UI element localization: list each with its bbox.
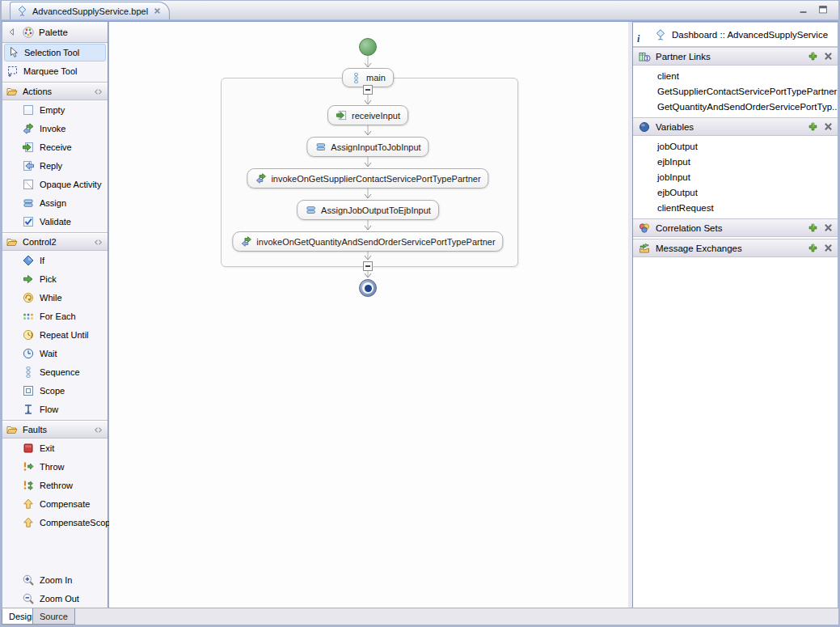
tab-source[interactable]: Source	[32, 608, 75, 625]
item-label: Wait	[40, 349, 57, 358]
folder-icon	[6, 85, 19, 98]
palette-item-compensate[interactable]: Compensate	[2, 494, 108, 513]
palette-item-zoom-in[interactable]: Zoom In	[2, 570, 108, 589]
activity-AssignInputToJobInput[interactable]: AssignInputToJobInput	[306, 137, 428, 157]
zoom-in-icon	[22, 574, 35, 587]
view-controls	[798, 4, 829, 15]
partner-link-item[interactable]: client	[633, 68, 838, 83]
palette-group-faults[interactable]: Faults	[2, 421, 108, 438]
add-icon[interactable]	[808, 51, 818, 61]
opaque-activity-icon	[22, 178, 35, 191]
palette-item-if[interactable]: If	[2, 251, 108, 269]
variable-item[interactable]: jobOutput	[633, 138, 838, 154]
pin-chevrons-icon[interactable]	[92, 424, 104, 436]
item-label: Scope	[40, 386, 65, 396]
delete-icon[interactable]	[823, 51, 834, 61]
collapse-toggle-main[interactable]	[363, 85, 373, 95]
palette-item-compensatescope[interactable]: CompensateScope	[2, 513, 108, 532]
palette-item-sequence[interactable]: Sequence	[2, 362, 108, 381]
add-icon[interactable]	[808, 222, 818, 233]
add-icon[interactable]	[808, 121, 818, 132]
zoom-out-icon	[22, 592, 35, 605]
variable-item[interactable]: clientRequest	[633, 200, 838, 215]
close-icon[interactable]	[152, 6, 163, 16]
item-label: Assign	[40, 198, 66, 208]
while-icon	[22, 291, 35, 304]
item-label: Repeat Until	[40, 330, 89, 340]
add-icon[interactable]	[808, 243, 818, 253]
maximize-icon[interactable]	[817, 4, 829, 15]
process-canvas[interactable]: main receiveInput AssignInputToJobInput …	[109, 22, 628, 608]
palette-item-while[interactable]: While	[2, 288, 108, 307]
editor-tab[interactable]: AdvancedSupplyService.bpel	[10, 2, 170, 19]
palette-item-invoke[interactable]: Invoke	[2, 119, 108, 138]
tool-selection[interactable]: Selection Tool	[4, 44, 106, 61]
palette-group-control2[interactable]: Control2	[2, 233, 108, 251]
palette-title: Palette	[39, 28, 68, 37]
palette-group-actions[interactable]: Actions	[2, 83, 108, 100]
palette-item-zoom-out[interactable]: Zoom Out	[2, 589, 108, 608]
tab-label: Source	[40, 612, 68, 621]
pin-chevrons-icon[interactable]	[92, 236, 104, 248]
palette-item-rethrow[interactable]: Rethrow	[2, 476, 108, 494]
palette-item-opaque-activity[interactable]: Opaque Activity	[2, 175, 108, 193]
invoke-icon	[255, 172, 267, 184]
activity-label: main	[366, 73, 386, 83]
activity-label: AssignJobOutputToEjbInput	[321, 205, 431, 215]
palette-item-empty[interactable]: Empty	[2, 100, 108, 119]
start-event-circle[interactable]	[359, 38, 377, 56]
palette-item-assign[interactable]: Assign	[2, 193, 108, 212]
palette-item-scope[interactable]: Scope	[2, 381, 108, 400]
activity-label: AssignInputToJobInput	[331, 142, 420, 152]
item-label: For Each	[40, 311, 76, 321]
end-event-circle[interactable]	[359, 279, 377, 297]
palette-item-pick[interactable]: Pick	[2, 269, 108, 288]
collapse-left-icon[interactable]	[6, 26, 18, 38]
palette-item-throw[interactable]: Throw	[2, 457, 108, 476]
reply-icon	[22, 159, 35, 172]
delete-icon[interactable]	[823, 222, 834, 233]
tool-marquee[interactable]: Marquee Tool	[4, 62, 106, 80]
palette-item-validate[interactable]: Validate	[2, 212, 108, 231]
palette-item-repeat-until[interactable]: Repeat Until	[2, 325, 108, 344]
section-partner-links: Partner Links	[633, 47, 838, 66]
palette-panel: Palette Selection Tool Marquee Tool Acti…	[2, 22, 108, 608]
palette-item-flow[interactable]: Flow	[2, 400, 108, 418]
activity-invokeOnGetQuantityAndSendOrderServicePortTypePartner[interactable]: invokeOnGetQuantityAndSendOrderServicePo…	[232, 231, 503, 252]
variables-list: jobOutput ejbInput jobInput ejbOutput cl…	[633, 136, 838, 218]
collapse-toggle-sequence[interactable]	[363, 261, 373, 271]
variable-item[interactable]: jobInput	[633, 169, 838, 184]
minimize-icon[interactable]	[798, 4, 809, 15]
group-label: Control2	[23, 237, 88, 247]
variable-item[interactable]: ejbInput	[633, 154, 838, 169]
bpel-file-icon	[16, 5, 28, 17]
group-label: Actions	[23, 87, 88, 96]
variable-item[interactable]: ejbOutput	[633, 184, 838, 200]
palette-item-reply[interactable]: Reply	[2, 156, 108, 175]
end-event-ring	[362, 282, 374, 294]
pin-chevrons-icon[interactable]	[92, 86, 104, 98]
folder-icon	[6, 423, 19, 436]
item-label: Invoke	[40, 124, 65, 133]
activity-AssignJobOutputToEjbInput[interactable]: AssignJobOutputToEjbInput	[297, 200, 439, 220]
validate-icon	[22, 215, 35, 228]
item-label: Zoom In	[40, 575, 72, 585]
marquee-icon	[6, 65, 19, 78]
assign-icon	[305, 204, 317, 216]
partner-link-item[interactable]: GetSupplierContactServicePortTypePartner	[633, 83, 838, 99]
activity-receiveInput[interactable]: receiveInput	[327, 105, 408, 125]
palette-item-exit[interactable]: Exit	[2, 438, 108, 457]
palette-item-wait[interactable]: Wait	[2, 344, 108, 362]
partner-link-item[interactable]: GetQuantityAndSendOrderServicePortTyp...	[633, 99, 838, 114]
palette-item-receive[interactable]: Receive	[2, 138, 108, 156]
delete-icon[interactable]	[823, 243, 834, 253]
item-label: Sequence	[40, 367, 80, 377]
receive-icon	[22, 141, 35, 154]
palette-item-for-each[interactable]: For Each	[2, 307, 108, 325]
bottom-tab-bar: Design Source	[2, 608, 838, 625]
delete-icon[interactable]	[823, 121, 834, 132]
activity-invokeOnGetSupplierContactServicePortTypePartner[interactable]: invokeOnGetSupplierContactServicePortTyp…	[247, 168, 488, 189]
info-marker: i	[637, 33, 639, 45]
section-variables: Variables	[633, 117, 838, 136]
folder-icon	[6, 235, 19, 248]
